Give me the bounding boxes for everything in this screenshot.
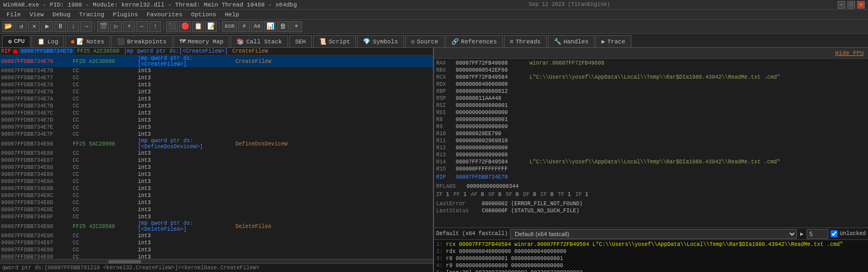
reg-value[interactable]: 0000000000000000: [456, 110, 526, 116]
reg-rip-value[interactable]: 00007FFDBB734E70: [456, 174, 526, 180]
flag-cf[interactable]: CF 0: [540, 192, 553, 198]
tab-handles[interactable]: 🔧 Handles: [548, 35, 595, 47]
tb-run[interactable]: ▶: [41, 21, 53, 32]
tab-log[interactable]: 📋 Log: [31, 35, 64, 47]
disasm-row[interactable]: 00007FFDBB734E80FF25 5AC20500jmp qword p…: [0, 138, 433, 150]
tab-breakpoints[interactable]: ⬛ Breakpoints: [111, 35, 173, 47]
menu-favourites[interactable]: Favourites: [142, 11, 187, 18]
menu-file[interactable]: File: [2, 11, 25, 18]
tab-script[interactable]: 📜 Script: [313, 35, 356, 47]
tb-hex[interactable]: #: [238, 21, 250, 32]
tb-del[interactable]: 🗑: [277, 21, 289, 32]
tab-threads[interactable]: ≡ Threads: [504, 35, 547, 47]
disasm-row[interactable]: 00007FFDBB734E88CCint3: [0, 164, 433, 171]
tb-forward[interactable]: ↑: [149, 21, 161, 32]
reg-value[interactable]: 000000028EE790: [456, 131, 526, 137]
disasm-row[interactable]: 00007FFDBB734E70FF25 A2C30500jmp qword p…: [0, 55, 433, 67]
tab-memorymap[interactable]: 🗺 Memory Map: [174, 35, 229, 47]
disasm-row[interactable]: 00007FFDBB734E8CCCint3: [0, 192, 433, 199]
reg-value[interactable]: 0000000040000000: [456, 81, 526, 87]
tb-pause[interactable]: ⏸: [54, 21, 66, 32]
tab-cpu[interactable]: ⚙ CPU: [2, 35, 30, 47]
cmd-mode-select[interactable]: Default (x64 fastcall): [510, 229, 797, 239]
disasm-row[interactable]: 00007FFDBB734E77CCint3: [0, 74, 433, 81]
tb-stepinto[interactable]: ↓: [67, 21, 79, 32]
reg-value[interactable]: 0000000000000012: [456, 88, 526, 94]
tab-notes[interactable]: 📝 Notes: [65, 35, 110, 47]
flag-sf[interactable]: SF 0: [506, 192, 519, 198]
disasm-row[interactable]: 00007FFDBB734E89CCint3: [0, 171, 433, 178]
disasm-row[interactable]: 00007FFDBB734E7CCCint3: [0, 110, 433, 117]
disasm-row[interactable]: 00007FFDBB734E8ECCint3: [0, 206, 433, 213]
disasm-row[interactable]: 00007FFDBB734E90FF25 42C20500jmp qword p…: [0, 220, 433, 232]
reg-value[interactable]: 0000000000000001: [456, 117, 526, 123]
tb-stepover[interactable]: →: [80, 21, 92, 32]
tb-hwbp[interactable]: 🔴: [179, 21, 191, 32]
reg-value[interactable]: 0000000000000000: [456, 152, 526, 158]
tab-trace[interactable]: ▶ Trace: [596, 35, 631, 47]
reg-value[interactable]: 00007FF72FB49608: [456, 60, 526, 66]
disasm-scroll[interactable]: 00007FFDBB734E70FF25 A2C30500jmp qword p…: [0, 55, 433, 259]
tb-note[interactable]: 📝: [205, 21, 217, 32]
disasm-row[interactable]: 00007FFDBB734E7ACCint3: [0, 96, 433, 103]
reg-value[interactable]: 000000FFFFFFFFFF: [456, 166, 526, 172]
tb-aa[interactable]: Aa: [251, 21, 263, 32]
reg-value[interactable]: 00007FF72FB49584: [456, 159, 526, 165]
tab-seh[interactable]: SEH: [289, 35, 312, 47]
disasm-row[interactable]: 00007FFDBB734E99CCint3: [0, 254, 433, 259]
cmd-count-input[interactable]: [807, 229, 828, 239]
disasm-row[interactable]: 00007FFDBB734E76CCint3: [0, 67, 433, 74]
menu-options[interactable]: Options: [187, 11, 220, 18]
disasm-row[interactable]: 00007FFDBB734E7ECCint3: [0, 124, 433, 131]
disasm-row[interactable]: 00007FFDBB734E8ACCint3: [0, 178, 433, 185]
flag-af[interactable]: AF 0: [471, 192, 484, 198]
menu-tracing[interactable]: Tracing: [75, 11, 108, 18]
flag-df[interactable]: DF 0: [523, 192, 536, 198]
reg-value[interactable]: 0000000000000000: [456, 124, 526, 130]
menu-view[interactable]: View: [25, 11, 48, 18]
reg-value[interactable]: 000000000542EF60: [456, 67, 526, 73]
hide-fpu-btn[interactable]: Hide FPU: [835, 50, 864, 56]
reg-value[interactable]: 00007FF72FB49584: [456, 74, 526, 80]
tb-trace[interactable]: ⚡: [123, 21, 135, 32]
reg-value[interactable]: 0000000000000000: [456, 145, 526, 151]
tb-animate[interactable]: 🎬: [97, 21, 109, 32]
menu-help[interactable]: Help: [221, 11, 244, 18]
tb-back[interactable]: ←: [136, 21, 148, 32]
menu-debug[interactable]: Debug: [48, 11, 75, 18]
disasm-row[interactable]: 00007FFDBB734E8BCCint3: [0, 185, 433, 192]
unlocked-checkbox[interactable]: [831, 230, 838, 237]
minimize-button[interactable]: ─: [838, 1, 845, 9]
tab-references[interactable]: 🔗 References: [445, 35, 503, 47]
disasm-hscroll[interactable]: [0, 259, 433, 263]
flag-pf[interactable]: PF 1: [454, 192, 467, 198]
disasm-row[interactable]: 00007FFDBB734E8FCCint3: [0, 213, 433, 220]
disasm-row[interactable]: 00007FFDBB734E8DCCint3: [0, 199, 433, 206]
tb-restart[interactable]: ↺: [15, 21, 27, 32]
disasm-row[interactable]: 00007FFDBB734E79CCint3: [0, 88, 433, 96]
reg-value[interactable]: 0000000002969810: [456, 138, 526, 144]
disasm-row[interactable]: 00007FFDBB734E7DCCint3: [0, 117, 433, 124]
tab-symbols[interactable]: 💎 Symbols: [357, 35, 404, 47]
tab-callstack[interactable]: 📚 Call Stack: [231, 35, 288, 47]
flag-if[interactable]: IF 1: [575, 192, 588, 198]
menu-plugins[interactable]: Plugins: [108, 11, 142, 18]
disasm-row[interactable]: 00007FFDBB734E7FCCint3: [0, 131, 433, 138]
tb-bp[interactable]: ⬛: [166, 21, 178, 32]
disasm-row[interactable]: 00007FFDBB734E97CCint3: [0, 239, 433, 246]
tb-run2[interactable]: ▷: [110, 21, 122, 32]
reg-value[interactable]: 0000000000000001: [456, 103, 526, 109]
tb-close[interactable]: ✕: [28, 21, 40, 32]
flag-zf[interactable]: ZF 1: [436, 192, 449, 198]
disasm-row[interactable]: 00007FFDBB734E98CCint3: [0, 246, 433, 254]
flag-of[interactable]: OF 0: [488, 192, 501, 198]
tb-cfg[interactable]: ☀: [290, 21, 302, 32]
tb-asm[interactable]: asm: [222, 21, 237, 32]
disasm-row[interactable]: 00007FFDBB734E87CCint3: [0, 157, 433, 164]
tb-log[interactable]: 📋: [192, 21, 204, 32]
disasm-row[interactable]: 00007FFDBB734E78CCint3: [0, 81, 433, 88]
disasm-row[interactable]: 00007FFDBB734E7BCCint3: [0, 103, 433, 110]
disasm-row[interactable]: 00007FFDBB734E96CCint3: [0, 232, 433, 239]
restore-button[interactable]: □: [847, 1, 855, 9]
disasm-row[interactable]: 00007FFDBB734E86CCint3: [0, 150, 433, 157]
